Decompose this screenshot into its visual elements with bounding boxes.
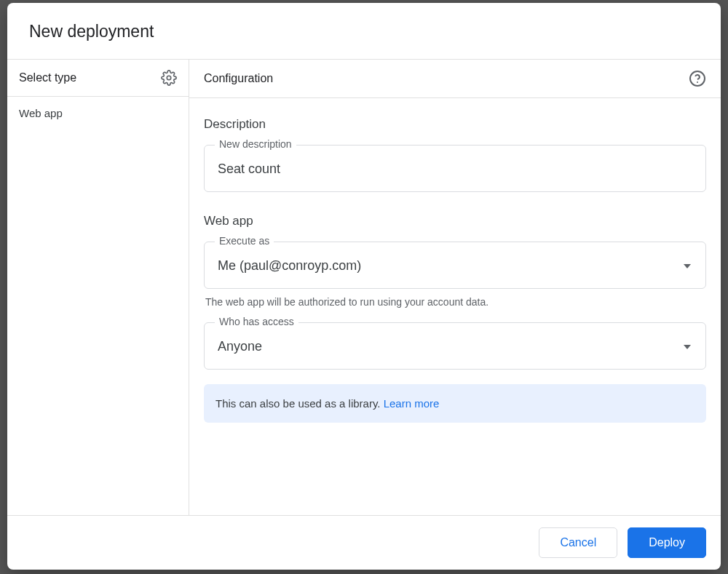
- description-field-group: New description: [204, 145, 706, 192]
- dialog-footer: Cancel Deploy: [7, 515, 721, 570]
- deploy-button[interactable]: Deploy: [628, 527, 706, 558]
- chevron-down-icon: [684, 345, 691, 349]
- webapp-heading: Web app: [204, 214, 706, 228]
- execute-as-select[interactable]: Me (paul@conroyp.com): [205, 242, 705, 288]
- execute-as-label: Execute as: [215, 235, 274, 247]
- dialog-header: New deployment: [7, 3, 721, 60]
- help-icon[interactable]: [689, 70, 706, 87]
- sidebar: Select type Web app: [7, 60, 189, 515]
- svg-point-0: [167, 76, 171, 80]
- learn-more-link[interactable]: Learn more: [384, 397, 440, 410]
- library-info-banner: This can also be used as a library. Lear…: [204, 384, 706, 423]
- description-input[interactable]: [205, 146, 705, 191]
- execute-as-value: Me (paul@conroyp.com): [218, 258, 361, 274]
- access-field-group: Who has access Anyone: [204, 322, 706, 370]
- configuration-header: Configuration: [189, 60, 721, 98]
- configuration-content: Description New description Web app Exec…: [189, 98, 721, 515]
- dialog-body: Select type Web app Configuration: [7, 60, 721, 515]
- execute-as-field-group: Execute as Me (paul@conroyp.com): [204, 242, 706, 289]
- gear-icon[interactable]: [161, 70, 177, 86]
- select-type-title: Select type: [19, 71, 76, 84]
- access-label: Who has access: [215, 316, 298, 327]
- access-value: Anyone: [218, 339, 262, 354]
- dialog-title: New deployment: [29, 22, 699, 41]
- info-banner-text: This can also be used as a library.: [215, 397, 384, 410]
- configuration-panel: Configuration Description New descriptio…: [189, 60, 721, 515]
- sidebar-header: Select type: [7, 60, 189, 97]
- sidebar-list: Web app: [7, 97, 189, 515]
- description-heading: Description: [204, 117, 706, 132]
- new-deployment-dialog: New deployment Select type Web app Confi…: [7, 3, 721, 570]
- cancel-button[interactable]: Cancel: [539, 527, 617, 558]
- sidebar-item-web-app[interactable]: Web app: [7, 97, 189, 129]
- description-field-label: New description: [215, 138, 296, 150]
- access-select[interactable]: Anyone: [205, 323, 705, 369]
- configuration-title: Configuration: [204, 72, 273, 85]
- execute-as-helper: The web app will be authorized to run us…: [204, 296, 706, 308]
- chevron-down-icon: [684, 264, 691, 268]
